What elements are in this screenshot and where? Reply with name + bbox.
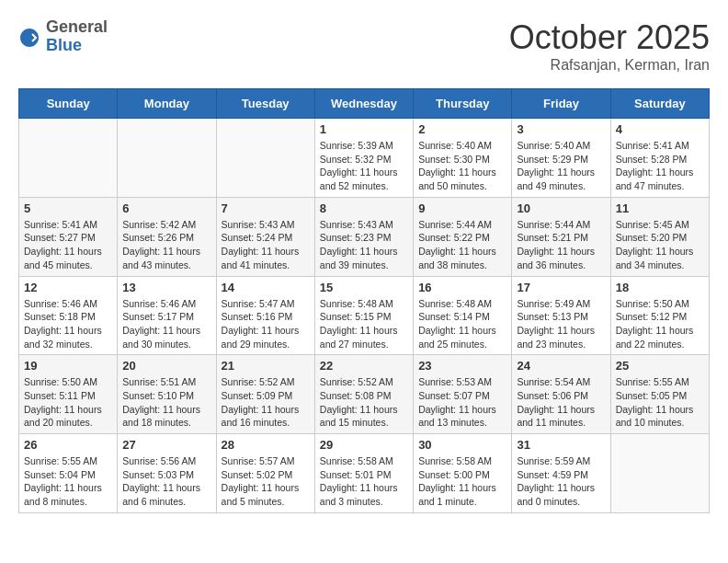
calendar-cell: 25Sunrise: 5:55 AMSunset: 5:05 PMDayligh… [610, 355, 709, 434]
day-info: Sunrise: 5:39 AMSunset: 5:32 PMDaylight:… [320, 139, 408, 193]
day-number: 12 [24, 281, 112, 294]
calendar-cell: 7Sunrise: 5:43 AMSunset: 5:24 PMDaylight… [216, 197, 314, 276]
calendar-week-2: 5Sunrise: 5:41 AMSunset: 5:27 PMDaylight… [19, 197, 710, 276]
title-section: October 2025 Rafsanjan, Kerman, Iran [509, 18, 710, 74]
day-number: 9 [418, 201, 506, 215]
calendar-table: SundayMondayTuesdayWednesdayThursdayFrid… [18, 88, 710, 513]
day-number: 19 [24, 359, 112, 373]
calendar-cell: 2Sunrise: 5:40 AMSunset: 5:30 PMDaylight… [414, 119, 512, 198]
day-info: Sunrise: 5:52 AMSunset: 5:08 PMDaylight:… [320, 375, 408, 430]
calendar-cell: 12Sunrise: 5:46 AMSunset: 5:18 PMDayligh… [19, 276, 118, 355]
calendar-cell: 17Sunrise: 5:49 AMSunset: 5:13 PMDayligh… [512, 276, 610, 355]
calendar-week-1: 1Sunrise: 5:39 AMSunset: 5:32 PMDaylight… [19, 119, 710, 198]
day-info: Sunrise: 5:41 AMSunset: 5:28 PMDaylight:… [616, 139, 704, 193]
day-number: 30 [418, 438, 506, 452]
day-info: Sunrise: 5:55 AMSunset: 5:05 PMDaylight:… [616, 375, 704, 430]
calendar-cell: 24Sunrise: 5:54 AMSunset: 5:06 PMDayligh… [512, 355, 610, 434]
day-info: Sunrise: 5:52 AMSunset: 5:09 PMDaylight:… [222, 375, 310, 430]
calendar-cell: 4Sunrise: 5:41 AMSunset: 5:28 PMDaylight… [610, 119, 709, 198]
day-number: 27 [122, 438, 210, 452]
weekday-header-tuesday: Tuesday [216, 89, 314, 119]
calendar-cell: 13Sunrise: 5:46 AMSunset: 5:17 PMDayligh… [118, 276, 216, 355]
day-info: Sunrise: 5:50 AMSunset: 5:11 PMDaylight:… [24, 375, 112, 430]
day-info: Sunrise: 5:47 AMSunset: 5:16 PMDaylight:… [222, 297, 310, 351]
calendar-cell: 23Sunrise: 5:53 AMSunset: 5:07 PMDayligh… [414, 355, 512, 434]
calendar-cell: 27Sunrise: 5:56 AMSunset: 5:03 PMDayligh… [118, 434, 216, 513]
day-info: Sunrise: 5:58 AMSunset: 5:01 PMDaylight:… [320, 454, 408, 509]
logo-blue: Blue [46, 37, 108, 55]
day-number: 13 [122, 281, 210, 294]
day-info: Sunrise: 5:46 AMSunset: 5:18 PMDaylight:… [24, 297, 112, 351]
weekday-header-thursday: Thursday [414, 89, 512, 119]
day-number: 6 [122, 201, 210, 215]
calendar-week-4: 19Sunrise: 5:50 AMSunset: 5:11 PMDayligh… [19, 355, 710, 434]
day-number: 2 [418, 122, 506, 136]
day-number: 3 [517, 122, 605, 136]
day-number: 25 [616, 359, 704, 373]
calendar-cell: 21Sunrise: 5:52 AMSunset: 5:09 PMDayligh… [216, 355, 314, 434]
calendar-cell [19, 119, 118, 198]
calendar-cell [216, 119, 314, 198]
calendar-week-3: 12Sunrise: 5:46 AMSunset: 5:18 PMDayligh… [19, 276, 710, 355]
day-number: 16 [418, 281, 506, 294]
day-number: 21 [222, 359, 310, 373]
calendar-cell: 31Sunrise: 5:59 AMSunset: 4:59 PMDayligh… [512, 434, 610, 513]
calendar-week-5: 26Sunrise: 5:55 AMSunset: 5:04 PMDayligh… [19, 434, 710, 513]
weekday-header-monday: Monday [118, 89, 216, 119]
calendar-cell: 30Sunrise: 5:58 AMSunset: 5:00 PMDayligh… [414, 434, 512, 513]
calendar-cell: 6Sunrise: 5:42 AMSunset: 5:26 PMDaylight… [118, 197, 216, 276]
weekday-header-friday: Friday [512, 89, 610, 119]
day-number: 14 [222, 281, 310, 294]
calendar-cell: 3Sunrise: 5:40 AMSunset: 5:29 PMDaylight… [512, 119, 610, 198]
calendar-cell [610, 434, 709, 513]
logo-icon [18, 27, 40, 49]
calendar-cell: 15Sunrise: 5:48 AMSunset: 5:15 PMDayligh… [314, 276, 413, 355]
day-info: Sunrise: 5:43 AMSunset: 5:23 PMDaylight:… [320, 218, 408, 272]
day-info: Sunrise: 5:41 AMSunset: 5:27 PMDaylight:… [24, 218, 112, 272]
calendar-cell: 11Sunrise: 5:45 AMSunset: 5:20 PMDayligh… [610, 197, 709, 276]
day-info: Sunrise: 5:43 AMSunset: 5:24 PMDaylight:… [222, 218, 310, 272]
day-number: 18 [616, 281, 704, 294]
day-info: Sunrise: 5:45 AMSunset: 5:20 PMDaylight:… [616, 218, 704, 272]
day-number: 28 [222, 438, 310, 452]
day-info: Sunrise: 5:51 AMSunset: 5:10 PMDaylight:… [122, 375, 210, 430]
calendar-cell: 14Sunrise: 5:47 AMSunset: 5:16 PMDayligh… [216, 276, 314, 355]
logo-general: General [46, 18, 108, 37]
calendar-cell: 19Sunrise: 5:50 AMSunset: 5:11 PMDayligh… [19, 355, 118, 434]
day-info: Sunrise: 5:44 AMSunset: 5:21 PMDaylight:… [517, 218, 605, 272]
logo-text: General Blue [46, 18, 108, 55]
day-number: 22 [320, 359, 408, 373]
day-number: 24 [517, 359, 605, 373]
day-info: Sunrise: 5:50 AMSunset: 5:12 PMDaylight:… [616, 297, 704, 351]
calendar-cell: 22Sunrise: 5:52 AMSunset: 5:08 PMDayligh… [314, 355, 413, 434]
calendar-cell: 10Sunrise: 5:44 AMSunset: 5:21 PMDayligh… [512, 197, 610, 276]
day-info: Sunrise: 5:46 AMSunset: 5:17 PMDaylight:… [122, 297, 210, 351]
day-info: Sunrise: 5:53 AMSunset: 5:07 PMDaylight:… [418, 375, 506, 430]
month-title: October 2025 [509, 18, 710, 57]
calendar-cell [118, 119, 216, 198]
day-number: 7 [222, 201, 310, 215]
day-info: Sunrise: 5:57 AMSunset: 5:02 PMDaylight:… [222, 454, 310, 509]
calendar-cell: 5Sunrise: 5:41 AMSunset: 5:27 PMDaylight… [19, 197, 118, 276]
day-info: Sunrise: 5:40 AMSunset: 5:29 PMDaylight:… [517, 139, 605, 193]
logo: General Blue [18, 18, 108, 55]
day-info: Sunrise: 5:44 AMSunset: 5:22 PMDaylight:… [418, 218, 506, 272]
day-number: 10 [517, 201, 605, 215]
day-number: 29 [320, 438, 408, 452]
location-subtitle: Rafsanjan, Kerman, Iran [509, 57, 710, 74]
calendar-cell: 26Sunrise: 5:55 AMSunset: 5:04 PMDayligh… [19, 434, 118, 513]
day-number: 31 [517, 438, 605, 452]
calendar-cell: 29Sunrise: 5:58 AMSunset: 5:01 PMDayligh… [314, 434, 413, 513]
day-number: 23 [418, 359, 506, 373]
weekday-header-wednesday: Wednesday [314, 89, 413, 119]
day-number: 26 [24, 438, 112, 452]
day-number: 8 [320, 201, 408, 215]
day-info: Sunrise: 5:40 AMSunset: 5:30 PMDaylight:… [418, 139, 506, 193]
calendar-cell: 9Sunrise: 5:44 AMSunset: 5:22 PMDaylight… [414, 197, 512, 276]
day-info: Sunrise: 5:42 AMSunset: 5:26 PMDaylight:… [122, 218, 210, 272]
day-info: Sunrise: 5:59 AMSunset: 4:59 PMDaylight:… [517, 454, 605, 509]
day-number: 15 [320, 281, 408, 294]
day-number: 17 [517, 281, 605, 294]
day-info: Sunrise: 5:55 AMSunset: 5:04 PMDaylight:… [24, 454, 112, 509]
calendar-cell: 20Sunrise: 5:51 AMSunset: 5:10 PMDayligh… [118, 355, 216, 434]
